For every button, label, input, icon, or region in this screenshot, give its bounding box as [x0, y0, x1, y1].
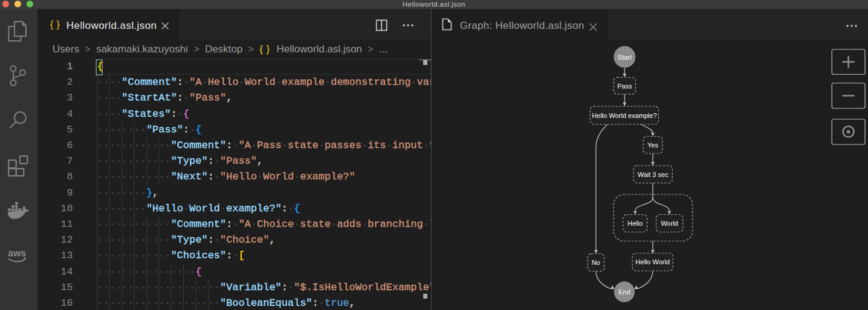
svg-text:Wait 3 sec: Wait 3 sec — [638, 171, 668, 178]
svg-text:Hello World: Hello World — [635, 258, 670, 265]
svg-text:Hello: Hello — [627, 220, 643, 227]
svg-text:World: World — [661, 220, 678, 227]
svg-text:No: No — [592, 259, 600, 266]
svg-text:Hello World example?: Hello World example? — [592, 112, 656, 119]
svg-text:End: End — [618, 288, 631, 296]
svg-text:Yes: Yes — [647, 141, 658, 149]
svg-text:Pass: Pass — [617, 82, 632, 90]
svg-text:aws: aws — [8, 248, 26, 258]
svg-text:Start: Start — [618, 54, 632, 61]
